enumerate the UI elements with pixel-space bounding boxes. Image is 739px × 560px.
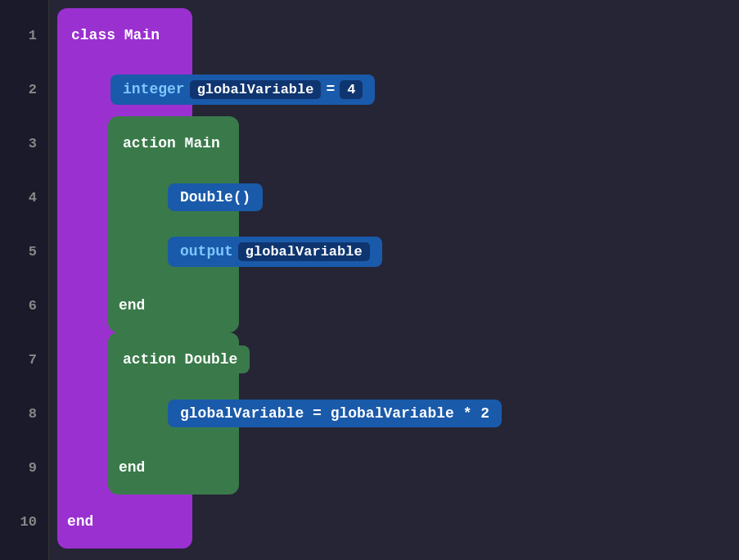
output-variable: globalVariable	[238, 242, 370, 261]
end-action-main: end	[119, 297, 145, 314]
block-integer-declaration: integer globalVariable = 4	[110, 75, 375, 105]
block-action-main: action Main	[110, 129, 232, 157]
code-area: 1 2 3 4 5 6 7 8 9 10 class Main	[0, 0, 739, 560]
output-keyword: output	[180, 243, 233, 260]
line-num-7: 7	[0, 332, 48, 386]
line-num-3: 3	[0, 116, 48, 170]
block-output: output globalVariable	[168, 237, 382, 267]
block-class-main: class Main	[59, 21, 172, 49]
initial-value: 4	[340, 80, 363, 99]
block-action-double: action Double	[110, 345, 250, 373]
blocks-wrapper: class Main integer globalVariable = 4	[49, 8, 739, 552]
line-num-8: 8	[0, 386, 48, 440]
class-keyword: class Main	[71, 27, 160, 43]
equals-sign: =	[326, 81, 335, 97]
block-assignment: globalVariable = globalVariable * 2	[168, 400, 502, 427]
assignment-label: globalVariable = globalVariable * 2	[180, 405, 489, 422]
action-main-label: action Main	[123, 135, 220, 151]
global-variable-name: globalVariable	[190, 80, 322, 99]
line-num-9: 9	[0, 440, 48, 495]
line-num-5: 5	[0, 224, 48, 278]
line-num-4: 4	[0, 170, 48, 224]
integer-keyword: integer	[123, 81, 185, 97]
line-numbers: 1 2 3 4 5 6 7 8 9 10	[0, 0, 49, 560]
action-double-label: action Double	[123, 351, 237, 368]
end-class: end	[67, 513, 93, 530]
blocks-area: class Main integer globalVariable = 4	[49, 0, 739, 560]
line-num-1: 1	[0, 8, 48, 62]
block-double-call: Double()	[168, 183, 263, 211]
end-action-double: end	[119, 459, 145, 476]
line-num-10: 10	[0, 495, 48, 549]
line-num-2: 2	[0, 62, 48, 116]
line-num-6: 6	[0, 278, 48, 332]
double-call-label: Double()	[180, 189, 250, 205]
